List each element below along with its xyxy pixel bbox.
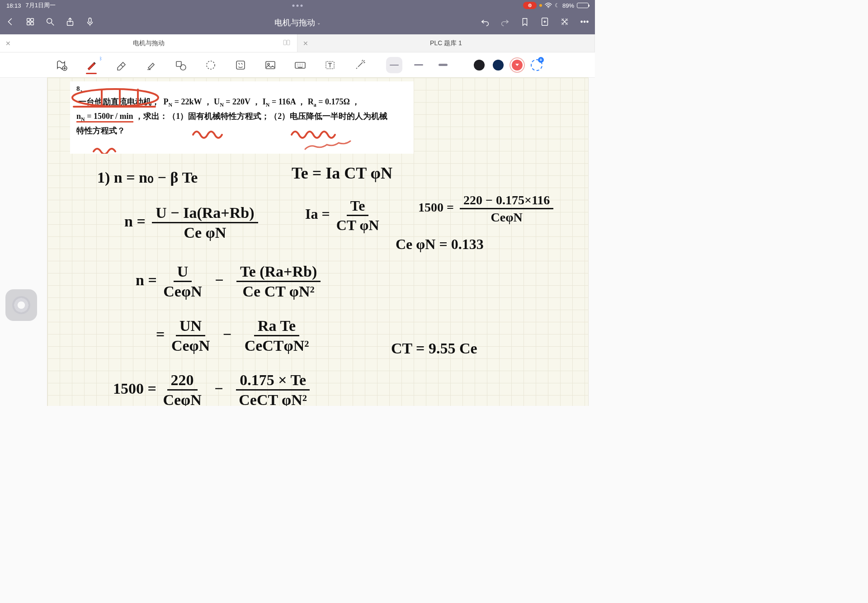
eraser-tool[interactable] — [113, 57, 129, 73]
keyboard-tool[interactable] — [292, 57, 308, 73]
svg-point-7 — [47, 19, 52, 24]
svg-rect-5 — [27, 22, 30, 25]
lasso-tool[interactable] — [203, 57, 219, 73]
undo-button[interactable] — [480, 17, 490, 28]
svg-rect-6 — [31, 22, 33, 25]
insert-object-button[interactable] — [53, 57, 70, 73]
color-navy[interactable] — [493, 60, 504, 71]
problem-params: PN = 22kW ， UN = 220V ， IN = 116A ， Ra =… — [164, 97, 360, 106]
svg-rect-4 — [31, 19, 33, 21]
problem-nn: nN = 1500r / min — [76, 112, 133, 122]
multitask-dots[interactable] — [292, 5, 303, 7]
tab-document-2[interactable]: ✕ PLC 题库 1 — [297, 34, 595, 52]
tab-label: PLC 题库 1 — [430, 39, 462, 47]
color-red-selected[interactable] — [512, 60, 523, 71]
share-button[interactable] — [65, 17, 75, 28]
close-tab-icon[interactable]: ✕ — [303, 40, 308, 47]
color-black[interactable] — [474, 60, 485, 71]
screen-recording-indicator[interactable] — [523, 2, 537, 9]
note-page[interactable]: 8、 一台他励直流电动机， PN = 22kW ， UN = 220V ， IN… — [47, 78, 588, 406]
split-view-icon[interactable] — [283, 38, 291, 48]
document-tabs: ✕ 电机与拖动 ✕ PLC 题库 1 — [0, 34, 595, 52]
hand-line-5: 1500 = 220CeφN − 0.175 × TeCeCT φN² — [113, 372, 312, 406]
problem-line3: 特性方程式？ — [76, 126, 125, 135]
tab-label: 电机与拖动 — [133, 39, 165, 47]
svg-point-19 — [207, 61, 215, 69]
do-not-disturb-icon: ☾ — [555, 2, 560, 9]
svg-rect-3 — [27, 19, 30, 21]
hand-line-3: n = UCeφN − Te (Ra+Rb)Ce CT φN² — [136, 263, 323, 300]
hand-line-1b: Te = Ia CT φN — [292, 164, 392, 183]
svg-point-18 — [180, 65, 186, 70]
hand-line-4: = UNCeφN − Ra TeCeCTφN² — [156, 317, 312, 354]
back-button[interactable] — [5, 17, 15, 28]
stroke-width-thick[interactable] — [435, 57, 451, 73]
bluetooth-icon: ᛒ — [99, 56, 102, 61]
grid-button[interactable] — [25, 17, 35, 28]
pen-tool[interactable]: ᛒ — [83, 57, 99, 73]
shape-tool[interactable] — [173, 57, 189, 73]
status-time: 18:13 — [6, 2, 21, 9]
tab-document-1[interactable]: ✕ 电机与拖动 — [0, 34, 297, 52]
canvas-area: 8、 一台他励直流电动机， PN = 22kW ， UN = 220V ， IN… — [0, 78, 595, 406]
svg-point-1 — [529, 5, 530, 6]
svg-rect-9 — [89, 18, 91, 23]
more-button[interactable] — [580, 17, 590, 28]
svg-point-13 — [587, 21, 588, 22]
editing-toolbar: ᛒ — [0, 52, 595, 78]
app-toolbar: 电机与拖动 ⌄ — [0, 11, 595, 34]
stroke-width-medium[interactable] — [410, 57, 427, 73]
svg-rect-20 — [236, 61, 245, 69]
svg-rect-21 — [266, 61, 275, 69]
hand-line-2c: 1500 = 220 − 0.175×116CeφN — [418, 193, 556, 225]
search-button[interactable] — [45, 17, 55, 28]
image-tool[interactable] — [262, 57, 278, 73]
mic-button[interactable] — [85, 17, 95, 28]
add-color-button[interactable] — [531, 59, 542, 71]
problem-lead: 一台他励直流电动机， — [76, 95, 161, 109]
add-page-button[interactable] — [540, 17, 550, 28]
text-tool[interactable] — [322, 57, 338, 73]
bookmark-button[interactable] — [520, 17, 530, 28]
svg-point-22 — [268, 63, 269, 65]
close-fullscreen-button[interactable] — [560, 17, 570, 28]
hand-line-4c: CT = 9.55 Ce — [391, 340, 477, 357]
svg-rect-15 — [287, 40, 290, 45]
wifi-icon — [545, 3, 552, 8]
assistive-touch-button[interactable] — [5, 289, 37, 321]
document-title[interactable]: 电机与拖动 ⌄ — [274, 17, 321, 28]
svg-point-12 — [584, 21, 585, 22]
close-tab-icon[interactable]: ✕ — [5, 40, 11, 47]
stroke-width-thin[interactable] — [386, 57, 402, 73]
svg-point-2 — [548, 7, 549, 8]
redo-button[interactable] — [500, 17, 510, 28]
hand-line-1a: 1) n = n₀ − β Te — [97, 168, 198, 186]
laser-pointer-tool[interactable] — [352, 57, 368, 73]
status-bar: 18:13 7月1日周一 ☾ 89% — [0, 0, 595, 11]
svg-rect-14 — [283, 40, 286, 45]
battery-percent: 89% — [562, 2, 574, 9]
chevron-down-icon: ⌄ — [317, 20, 321, 25]
hand-line-2b: Ia = TeCT φN — [305, 198, 382, 234]
svg-point-11 — [581, 21, 582, 22]
highlighter-tool[interactable] — [143, 57, 159, 73]
battery-icon — [577, 3, 589, 8]
hand-line-2d: Ce φN = 0.133 — [396, 236, 484, 253]
problem-clipping: 8、 一台他励直流电动机， PN = 22kW ， UN = 220V ， IN… — [70, 81, 414, 154]
mic-in-use-dot — [539, 4, 542, 7]
status-date: 7月1日周一 — [26, 1, 56, 9]
sticker-tool[interactable] — [232, 57, 249, 73]
hand-line-2: n = U − Ia(Ra+Rb)Ce φN — [124, 204, 261, 241]
problem-line2b: ，求出：（1）固有机械特性方程式；（2）电压降低一半时的人为机械 — [135, 112, 387, 121]
